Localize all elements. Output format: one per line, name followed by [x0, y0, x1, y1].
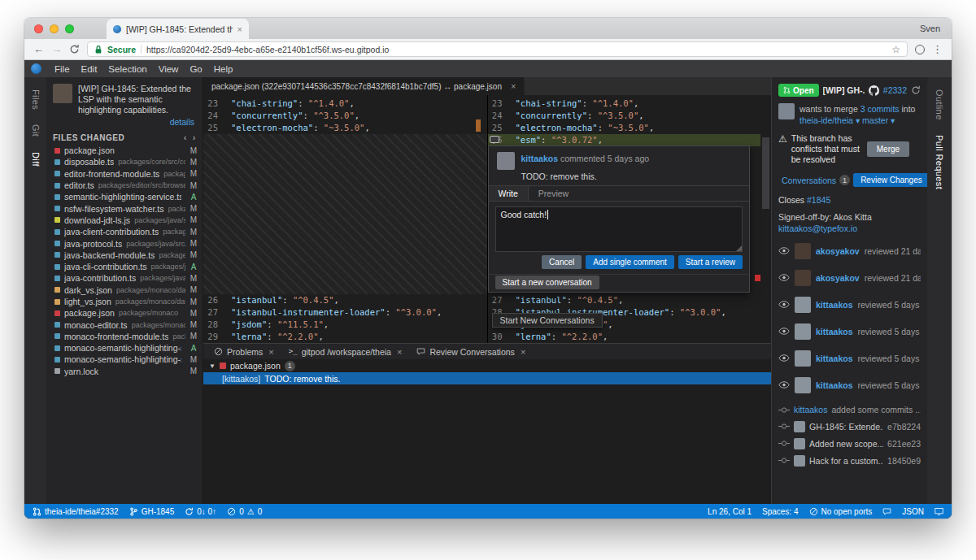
start-review-button[interactable]: Start a review [678, 255, 743, 269]
activity-tab-diff[interactable]: Diff [31, 145, 41, 174]
panel-tab-review-conversations[interactable]: Review Conversations× [409, 344, 533, 359]
reviewer-name[interactable]: kittaakos [816, 354, 853, 363]
file-row[interactable]: light_vs.json packages/monaco/data/... M [46, 296, 203, 307]
close-icon[interactable]: × [511, 81, 516, 91]
commits-link[interactable]: 3 commits [861, 104, 900, 114]
reload-button[interactable] [69, 44, 80, 54]
comment-input[interactable]: Good catch! [495, 206, 743, 252]
statusbar-sync-item[interactable]: 0↓ 0↑ [185, 507, 216, 516]
file-row[interactable]: dark_vs.json packages/monaco/data/m... M [46, 284, 203, 296]
file-row[interactable]: java-client-contribution.ts packages/j..… [46, 226, 203, 237]
statusbar-screencast-item[interactable] [935, 507, 943, 516]
closes-issue-link[interactable]: #1845 [807, 195, 830, 205]
browser-profile-name[interactable]: Sven [908, 24, 952, 33]
expand-twisty-icon[interactable]: ▼ [209, 362, 216, 370]
pr-number-link[interactable]: #2332 [883, 85, 907, 95]
menu-help[interactable]: Help [208, 64, 239, 74]
review-row[interactable]: kittaakosreviewed 5 days ... [778, 345, 921, 371]
address-bar[interactable]: Secure https://ca9204d2-25d9-4ebc-a65e-e… [87, 41, 908, 57]
browser-menu-icon[interactable]: ⋮ [932, 43, 943, 55]
close-icon[interactable]: × [397, 347, 402, 357]
menu-edit[interactable]: Edit [76, 64, 103, 74]
menu-go[interactable]: Go [184, 64, 207, 74]
close-window-button[interactable] [34, 24, 43, 33]
file-row[interactable]: nsfw-filesystem-watcher.ts packages... M [46, 202, 203, 214]
cancel-button[interactable]: Cancel [542, 255, 582, 269]
conversation-group-row[interactable]: ▼ package.json 1 [203, 359, 771, 372]
statusbar-branch-item[interactable]: GH-1845 [129, 507, 175, 516]
minimize-window-button[interactable] [50, 24, 59, 33]
tab-write[interactable]: Write [489, 186, 529, 201]
review-row[interactable]: akosyakovreviewed 21 da... [778, 237, 921, 264]
review-changes-button[interactable]: Review Changes [853, 173, 927, 187]
file-row[interactable]: package.json packages/monaco M [46, 307, 203, 319]
merge-button[interactable]: Merge [867, 141, 909, 157]
file-row[interactable]: java-cli-contribution.ts packages/java..… [46, 261, 203, 272]
statusbar-problems-item[interactable]: 0 ⚠ 0 [227, 507, 262, 516]
vertical-scrollbar[interactable] [760, 95, 771, 343]
statusbar-pr-item[interactable]: theia-ide/theia#2332 [33, 507, 119, 516]
statusbar-ports-item[interactable]: No open ports [809, 507, 873, 516]
close-icon[interactable]: × [521, 347, 525, 357]
file-row[interactable]: package.json M [46, 145, 203, 156]
file-row[interactable]: semantic-highlighting-service.ts pac... … [46, 191, 203, 202]
reviewer-name[interactable]: kittaakos [816, 300, 853, 310]
base-repo-dropdown[interactable]: theia-ide/theia ▾ [800, 115, 860, 125]
review-row[interactable]: akosyakovreviewed 21 da... [778, 264, 921, 291]
commit-row[interactable]: Added new scope...621ee23 [778, 435, 921, 452]
back-button[interactable]: ← [33, 43, 44, 55]
close-tab-icon[interactable]: × [237, 24, 242, 34]
comment-author[interactable]: kittaakos [521, 154, 559, 163]
menu-selection[interactable]: Selection [102, 64, 152, 74]
bookmark-star-icon[interactable]: ☆ [891, 44, 900, 55]
activity-tab-outline[interactable]: Outline [935, 82, 944, 128]
resize-handle[interactable] [736, 245, 742, 251]
file-row[interactable]: yarn.lock M [46, 366, 203, 377]
start-new-conversation-button[interactable]: Start a new conversation [495, 276, 599, 289]
file-row[interactable]: java-protocol.ts packages/java/src/bro..… [46, 237, 203, 249]
statusbar-cursor-position[interactable]: Ln 26, Col 1 [708, 507, 752, 516]
file-row[interactable]: disposable.ts packages/core/src/common M [46, 156, 203, 167]
commit-row[interactable]: Hack for a custom...18450e9 [778, 452, 921, 469]
browser-tab[interactable]: [WIP] GH-1845: Extended the × [107, 19, 249, 39]
signoff-email-link[interactable]: kittaakos@typefox.io [778, 224, 857, 233]
prev-change-icon[interactable]: ‹ [184, 132, 187, 142]
github-icon[interactable] [869, 85, 879, 96]
file-row[interactable]: monaco-semantic-highlighting-servi... M [46, 354, 203, 365]
url-text[interactable]: https://ca9204d2-25d9-4ebc-a65e-e2140b1c… [146, 45, 887, 54]
close-icon[interactable]: × [268, 347, 273, 357]
reviewer-name[interactable]: kittaakos [816, 327, 853, 336]
file-row[interactable]: java-backend-module.ts packages/jav... M [46, 250, 203, 261]
conversations-link[interactable]: Conversations [782, 176, 836, 185]
reviewer-name[interactable]: kittaakos [816, 380, 853, 390]
reviewer-name[interactable]: akosyakov [816, 246, 860, 256]
review-row[interactable]: kittaakosreviewed 5 days ... [778, 371, 921, 398]
diff-editor-tab[interactable]: package.json (322e9307144536c3578cc7c843… [203, 77, 525, 95]
statusbar-language-mode[interactable]: JSON [902, 507, 924, 516]
activity-tab-files[interactable]: Files [31, 82, 41, 117]
diff-modified-pane[interactable]: 23"chai-string": "^1.4.0",24"concurrentl… [488, 95, 772, 343]
statusbar-feedback-item[interactable] [882, 507, 891, 516]
file-row[interactable]: editor.ts packages/editor/src/browser M [46, 180, 203, 191]
review-row[interactable]: kittaakosreviewed 5 days ... [778, 318, 921, 345]
panel-tab-problems[interactable]: Problems× [207, 344, 281, 359]
profile-icon[interactable] [915, 45, 925, 54]
add-single-comment-button[interactable]: Add single comment [586, 255, 674, 269]
file-row[interactable]: monaco-editor.ts packages/monaco/sr... M [46, 319, 203, 330]
refresh-icon[interactable] [911, 85, 921, 95]
tab-preview[interactable]: Preview [529, 186, 578, 201]
conversation-item-row[interactable]: [kittaakos] TODO: remove this. [203, 372, 771, 384]
forward-button[interactable]: → [51, 43, 62, 55]
panel-tab-terminal[interactable]: >_gitpod /workspace/theia× [281, 344, 410, 359]
comment-thread-icon[interactable] [490, 136, 499, 143]
file-row[interactable]: editor-frontend-module.ts packages/e... … [46, 168, 203, 180]
next-change-icon[interactable]: › [193, 132, 196, 142]
activity-tab-pull-request[interactable]: Pull Request [935, 128, 944, 197]
zoom-window-button[interactable] [65, 24, 74, 33]
activity-tab-git[interactable]: Git [31, 117, 41, 144]
base-branch-dropdown[interactable]: master ▾ [862, 115, 895, 125]
file-row[interactable]: monaco-semantic-highlighting-servi... A [46, 342, 203, 354]
review-row[interactable]: kittaakosreviewed 5 days ... [778, 291, 921, 318]
reviewer-name[interactable]: akosyakov [816, 273, 860, 283]
commit-row[interactable]: GH-1845: Extende...e7b8224 [778, 418, 921, 435]
